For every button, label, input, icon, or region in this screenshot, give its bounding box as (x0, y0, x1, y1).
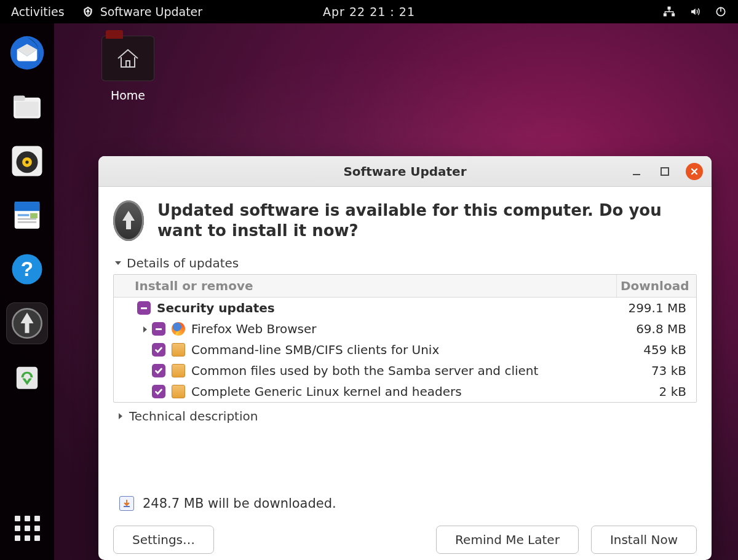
item-size: 2 kB (619, 384, 686, 399)
group-size: 299.1 MB (619, 301, 686, 315)
column-install-remove[interactable]: Install or remove (114, 275, 616, 297)
item-label: Command-line SMB/CIFS clients for Unix (191, 342, 619, 357)
titlebar[interactable]: Software Updater (98, 156, 712, 187)
software-updater-window: Software Updater Updated software is ava… (98, 156, 712, 560)
item-size: 69.8 MB (619, 321, 686, 336)
checkbox-checked[interactable] (152, 343, 165, 357)
item-size: 459 kB (619, 342, 686, 357)
close-button[interactable] (686, 163, 703, 180)
power-icon (715, 6, 727, 18)
files-icon (10, 90, 44, 124)
desktop-home-label: Home (97, 89, 159, 102)
svg-rect-4 (720, 7, 721, 12)
item-label: Complete Generic Linux kernel and header… (191, 384, 619, 399)
software-updater-icon (10, 306, 44, 341)
package-icon (172, 364, 185, 377)
package-icon (172, 385, 185, 398)
svg-rect-16 (18, 218, 36, 220)
dock-libreoffice-writer[interactable] (6, 194, 48, 236)
item-size: 73 kB (619, 363, 686, 378)
item-firefox[interactable]: Firefox Web Browser 69.8 MB (114, 318, 696, 339)
settings-button[interactable]: Settings… (113, 526, 214, 554)
technical-label: Technical description (129, 409, 258, 424)
item-smbclient[interactable]: Command-line SMB/CIFS clients for Unix 4… (114, 339, 696, 360)
svg-rect-14 (15, 202, 40, 211)
dialog-heading: Updated software is available for this c… (157, 200, 697, 240)
item-label: Common files used by both the Samba serv… (191, 363, 619, 378)
install-now-button[interactable]: Install Now (591, 526, 697, 554)
svg-rect-8 (15, 102, 38, 117)
help-icon: ? (10, 252, 44, 286)
svg-rect-0 (668, 7, 671, 10)
speaker-icon (10, 144, 44, 178)
firefox-icon (172, 322, 185, 336)
thunderbird-icon (9, 35, 45, 71)
maximize-button[interactable] (657, 164, 672, 179)
details-label: Details of updates (127, 256, 239, 270)
writer-icon (10, 199, 44, 232)
network-icon (663, 6, 675, 17)
svg-point-12 (25, 160, 28, 164)
svg-rect-2 (672, 14, 675, 17)
dock-files[interactable] (6, 86, 48, 128)
dock: ? (0, 23, 54, 560)
svg-rect-28 (156, 328, 162, 330)
checkbox-partial[interactable] (152, 322, 165, 336)
svg-rect-29 (124, 506, 130, 507)
item-label: Firefox Web Browser (191, 321, 619, 336)
checkbox-checked[interactable] (152, 364, 165, 377)
checkbox-partial[interactable] (137, 301, 151, 315)
folder-icon (101, 36, 154, 81)
focused-app-label: Software Updater (100, 5, 202, 18)
remind-later-button[interactable]: Remind Me Later (436, 526, 579, 554)
minimize-button[interactable] (629, 164, 644, 179)
item-linux-generic[interactable]: Complete Generic Linux kernel and header… (114, 381, 696, 402)
svg-rect-17 (18, 221, 36, 223)
chevron-down-icon (113, 258, 123, 268)
svg-rect-25 (633, 174, 640, 175)
svg-rect-23 (17, 367, 38, 389)
dock-thunderbird[interactable] (6, 32, 48, 74)
svg-rect-18 (30, 213, 38, 218)
svg-rect-7 (14, 95, 25, 100)
updates-list: Install or remove Download Security upda… (113, 274, 697, 403)
download-icon (119, 496, 134, 511)
chevron-right-icon[interactable] (140, 321, 151, 336)
window-title: Software Updater (343, 164, 466, 179)
desktop-home-folder[interactable]: Home (97, 36, 159, 102)
dock-help[interactable]: ? (6, 248, 48, 290)
svg-rect-15 (18, 214, 30, 216)
dock-trash[interactable] (6, 357, 48, 398)
updater-badge-icon (113, 200, 144, 241)
focused-app-menu[interactable]: Software Updater (82, 5, 202, 18)
show-applications-button[interactable] (6, 507, 48, 549)
group-label: Security updates (157, 301, 619, 315)
trash-icon (12, 362, 42, 393)
gnome-top-bar: Activities Software Updater Apr 22 21 : … (0, 0, 738, 23)
package-icon (172, 343, 185, 357)
system-status-area[interactable] (663, 6, 727, 18)
item-samba-common[interactable]: Common files used by both the Samba serv… (114, 360, 696, 381)
svg-text:?: ? (21, 258, 33, 280)
clock[interactable]: Apr 22 21 : 21 (323, 5, 415, 18)
checkbox-checked[interactable] (152, 385, 165, 398)
chevron-right-icon (116, 411, 125, 421)
volume-icon (689, 6, 701, 17)
dock-rhythmbox[interactable] (6, 140, 48, 182)
svg-rect-26 (661, 168, 669, 175)
download-summary: 248.7 MB will be downloaded. (143, 496, 336, 511)
svg-rect-1 (664, 14, 667, 17)
svg-rect-27 (141, 307, 147, 309)
dock-software-updater[interactable] (6, 302, 48, 344)
software-updater-icon (82, 6, 94, 18)
apps-grid-icon (15, 516, 40, 541)
column-download[interactable]: Download (616, 275, 696, 297)
group-security-updates[interactable]: Security updates 299.1 MB (114, 298, 696, 318)
activities-button[interactable]: Activities (11, 5, 65, 18)
svg-rect-24 (126, 61, 130, 67)
details-expander[interactable]: Details of updates (113, 256, 697, 270)
technical-description-expander[interactable]: Technical description (116, 409, 697, 424)
